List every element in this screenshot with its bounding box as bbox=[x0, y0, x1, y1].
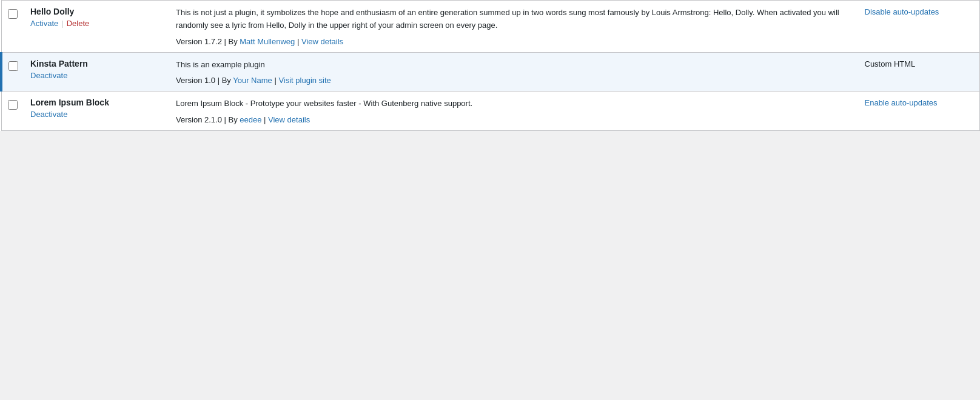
plugin-description-cell: This is not just a plugin, it symbolizes… bbox=[170, 1, 859, 53]
plugin-action-activate[interactable]: Activate bbox=[30, 19, 58, 28]
plugin-autoupdate-link[interactable]: Disable auto-updates bbox=[865, 7, 939, 16]
plugin-name-cell: Kinsta PatternDeactivate bbox=[24, 52, 170, 92]
plugin-actions: Deactivate bbox=[30, 110, 164, 119]
plugin-checkbox[interactable] bbox=[8, 100, 18, 110]
plugin-action-deactivate[interactable]: Deactivate bbox=[30, 71, 67, 80]
plugin-row: Lorem Ipsum BlockDeactivateLorem Ipsum B… bbox=[1, 92, 980, 131]
plugin-autoupdate-cell: Disable auto-updates bbox=[859, 1, 980, 53]
plugin-autoupdate-cell: Enable auto-updates bbox=[859, 92, 980, 131]
plugin-view-details-link[interactable]: View details bbox=[268, 115, 310, 124]
plugin-actions: Deactivate bbox=[30, 71, 164, 80]
plugin-visit-site-link[interactable]: Visit plugin site bbox=[278, 76, 331, 85]
plugin-autoupdate-static: Custom HTML bbox=[865, 59, 916, 68]
plugin-checkbox-cell bbox=[1, 92, 24, 131]
plugin-description: Lorem Ipsum Block - Prototype your websi… bbox=[176, 98, 853, 110]
action-separator: | bbox=[61, 19, 63, 28]
plugin-actions: Activate|Delete bbox=[30, 19, 164, 28]
plugin-description-cell: Lorem Ipsum Block - Prototype your websi… bbox=[170, 92, 859, 131]
plugin-action-deactivate[interactable]: Deactivate bbox=[30, 110, 67, 119]
plugin-description: This is not just a plugin, it symbolizes… bbox=[176, 7, 853, 32]
plugin-name-cell: Hello DollyActivate|Delete bbox=[24, 1, 170, 53]
plugin-name: Kinsta Pattern bbox=[30, 59, 164, 68]
plugin-description-cell: This is an example pluginVersion 1.0 | B… bbox=[170, 52, 859, 92]
plugin-checkbox[interactable] bbox=[8, 61, 18, 71]
plugin-meta: Version 1.7.2 | By Matt Mullenweg | View… bbox=[176, 37, 853, 46]
plugin-name: Hello Dolly bbox=[30, 7, 164, 16]
plugin-author-link[interactable]: Your Name bbox=[233, 76, 272, 85]
plugin-checkbox-cell bbox=[1, 1, 24, 53]
plugin-row: Hello DollyActivate|DeleteThis is not ju… bbox=[1, 1, 980, 53]
plugin-author-link[interactable]: eedee bbox=[240, 115, 261, 124]
plugin-author-link[interactable]: Matt Mullenweg bbox=[240, 37, 295, 46]
plugins-table: Hello DollyActivate|DeleteThis is not ju… bbox=[0, 0, 980, 131]
plugin-checkbox-cell bbox=[1, 52, 24, 92]
plugin-meta: Version 1.0 | By Your Name | Visit plugi… bbox=[176, 76, 853, 85]
plugin-checkbox[interactable] bbox=[8, 9, 18, 19]
plugin-meta: Version 2.1.0 | By eedee | View details bbox=[176, 115, 853, 124]
plugin-row: Kinsta PatternDeactivateThis is an examp… bbox=[1, 52, 980, 92]
plugin-autoupdate-link[interactable]: Enable auto-updates bbox=[865, 98, 938, 107]
plugin-name-cell: Lorem Ipsum BlockDeactivate bbox=[24, 92, 170, 131]
plugin-name: Lorem Ipsum Block bbox=[30, 98, 164, 107]
plugin-description: This is an example plugin bbox=[176, 59, 853, 72]
plugin-action-delete[interactable]: Delete bbox=[67, 19, 90, 28]
plugin-view-details-link[interactable]: View details bbox=[301, 37, 343, 46]
plugin-autoupdate-cell: Custom HTML bbox=[859, 52, 980, 92]
